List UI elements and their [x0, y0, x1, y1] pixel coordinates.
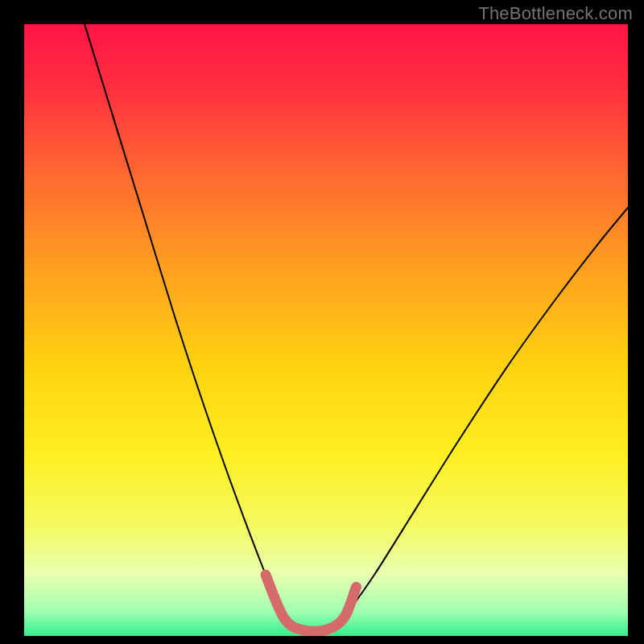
plot-svg — [0, 0, 644, 644]
watermark-text: TheBottleneck.com — [478, 3, 633, 24]
plot-background — [24, 24, 628, 636]
bottleneck-chart: TheBottleneck.com — [0, 0, 644, 644]
